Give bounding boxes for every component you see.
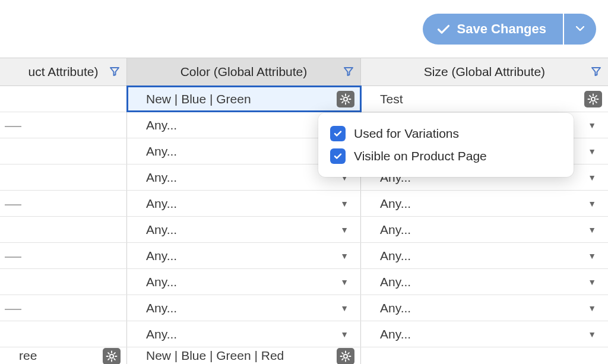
check-icon <box>333 151 343 161</box>
cell-size-attribute[interactable]: Any...▼ <box>361 269 608 295</box>
cell-product-attribute[interactable] <box>0 86 127 112</box>
gear-icon[interactable] <box>103 348 121 364</box>
check-icon <box>333 129 343 138</box>
cell-product-attribute[interactable]: — <box>0 191 127 216</box>
cell-color-attribute[interactable]: Any...▼ <box>127 321 361 347</box>
dropdown-arrow-icon[interactable]: ▼ <box>588 225 596 235</box>
table-row: —Any...▼Any...▼ <box>0 295 608 321</box>
table-row: Any...▼Any...▼ <box>0 321 608 347</box>
dropdown-arrow-icon[interactable]: ▼ <box>588 251 596 261</box>
filter-icon[interactable] <box>591 65 601 79</box>
cell-value: — <box>5 195 21 212</box>
popover-option-variations[interactable]: Used for Variations <box>330 122 562 145</box>
cell-value: Any... <box>380 275 411 289</box>
cell-value: Any... <box>146 327 177 341</box>
cell-value: New | Blue | Green <box>146 92 251 106</box>
table-row: Any...▼Any...▼ <box>0 269 608 295</box>
checkbox-visible-on-product-page[interactable] <box>330 148 346 164</box>
dropdown-arrow-icon[interactable]: ▼ <box>588 303 596 313</box>
save-button[interactable]: Save Changes <box>423 14 563 45</box>
cell-value: Any... <box>146 144 177 159</box>
cell-product-attribute[interactable] <box>0 321 127 347</box>
cell-color-attribute[interactable]: Any...▼ <box>127 295 361 321</box>
dropdown-arrow-icon[interactable]: ▼ <box>340 303 349 313</box>
table-row: Any...▼Any...▼ <box>0 217 608 243</box>
dropdown-arrow-icon[interactable]: ▼ <box>340 225 349 235</box>
filter-icon[interactable] <box>344 65 353 79</box>
popover-option-label: Used for Variations <box>354 126 459 141</box>
cell-value: ree <box>19 349 37 363</box>
dropdown-arrow-icon[interactable]: ▼ <box>340 330 349 339</box>
dropdown-arrow-icon[interactable]: ▼ <box>588 199 596 208</box>
cell-product-attribute[interactable] <box>0 138 127 164</box>
cell-value: Any... <box>380 249 411 263</box>
table-row: reeNew | Blue | Green | Red <box>0 347 608 364</box>
save-button-group: Save Changes <box>423 14 596 45</box>
dropdown-arrow-icon[interactable]: ▼ <box>340 251 349 261</box>
dropdown-arrow-icon[interactable]: ▼ <box>588 147 596 156</box>
dropdown-arrow-icon[interactable]: ▼ <box>340 277 349 287</box>
cell-color-attribute[interactable]: Any...▼ <box>127 243 361 268</box>
cell-value: Any... <box>146 170 177 185</box>
table-row: —Any...▼Any...▼ <box>0 191 608 217</box>
dropdown-arrow-icon[interactable]: ▼ <box>588 330 596 339</box>
cell-color-attribute[interactable]: Any...▼ <box>127 269 361 295</box>
cell-size-attribute[interactable]: Any...▼ <box>361 191 608 216</box>
popover-option-visible[interactable]: Visible on Product Page <box>330 145 562 167</box>
column-header-label: uct Attribute) <box>28 65 99 79</box>
dropdown-arrow-icon[interactable]: ▼ <box>588 277 596 287</box>
cell-product-attribute[interactable] <box>0 217 127 242</box>
dropdown-arrow-icon[interactable]: ▼ <box>340 199 349 208</box>
cell-value: — <box>5 300 21 316</box>
cell-value: Any... <box>146 118 177 132</box>
cell-color-attribute[interactable]: Any...▼ <box>127 217 361 242</box>
gear-icon[interactable] <box>584 91 602 107</box>
cell-value: Any... <box>146 223 177 237</box>
column-header-color[interactable]: Color (Global Attribute) <box>127 58 361 86</box>
dropdown-arrow-icon[interactable]: ▼ <box>588 173 596 182</box>
popover-option-label: Visible on Product Page <box>354 149 487 163</box>
check-icon <box>437 23 450 36</box>
gear-icon[interactable] <box>337 91 354 107</box>
cell-size-attribute[interactable]: Any...▼ <box>361 321 608 347</box>
column-header-size[interactable]: Size (Global Attribute) <box>361 58 608 86</box>
table-row: New | Blue | GreenTest <box>0 86 608 112</box>
column-header-label: Color (Global Attribute) <box>180 65 308 79</box>
cell-value: Any... <box>380 301 411 315</box>
cell-size-attribute[interactable]: Test <box>361 86 608 112</box>
cell-size-attribute[interactable]: Any...▼ <box>361 295 608 321</box>
save-button-label: Save Changes <box>457 21 546 37</box>
cell-color-attribute[interactable]: Any...▼ <box>127 191 361 216</box>
cell-color-attribute[interactable]: New | Blue | Green | Red <box>127 347 361 364</box>
attribute-grid: uct Attribute) Color (Global Attribute) … <box>0 58 608 364</box>
cell-product-attribute[interactable] <box>0 164 127 190</box>
checkbox-used-for-variations[interactable] <box>330 126 346 141</box>
column-header-product-attribute[interactable]: uct Attribute) <box>0 58 127 86</box>
cell-product-attribute[interactable]: — <box>0 112 127 138</box>
cell-product-attribute[interactable] <box>0 269 127 295</box>
cell-value: — <box>5 248 21 264</box>
save-dropdown-button[interactable] <box>564 14 596 45</box>
gear-icon[interactable] <box>337 348 354 364</box>
cell-product-attribute[interactable]: — <box>0 295 127 321</box>
dropdown-arrow-icon[interactable]: ▼ <box>588 121 596 130</box>
cell-value: Any... <box>380 197 411 211</box>
cell-size-attribute[interactable]: Any...▼ <box>361 243 608 268</box>
cell-value: Any... <box>146 301 177 315</box>
cell-product-attribute[interactable]: ree <box>0 347 127 364</box>
cell-size-attribute[interactable] <box>361 347 608 364</box>
filter-icon[interactable] <box>110 65 119 79</box>
cell-product-attribute[interactable]: — <box>0 243 127 268</box>
cell-value: Any... <box>146 275 177 289</box>
cell-value: Any... <box>146 197 177 211</box>
cell-value: Any... <box>146 249 177 263</box>
cell-value: Any... <box>380 327 411 341</box>
caret-down-icon <box>576 26 584 32</box>
table-row: —Any...▼Any...▼ <box>0 243 608 269</box>
cell-color-attribute[interactable]: New | Blue | Green <box>127 86 361 112</box>
cell-value: Test <box>380 92 403 106</box>
toolbar: Save Changes <box>0 0 608 58</box>
cell-size-attribute[interactable]: Any...▼ <box>361 217 608 242</box>
attribute-settings-popover: Used for Variations Visible on Product P… <box>318 113 574 177</box>
grid-header-row: uct Attribute) Color (Global Attribute) … <box>0 58 608 86</box>
